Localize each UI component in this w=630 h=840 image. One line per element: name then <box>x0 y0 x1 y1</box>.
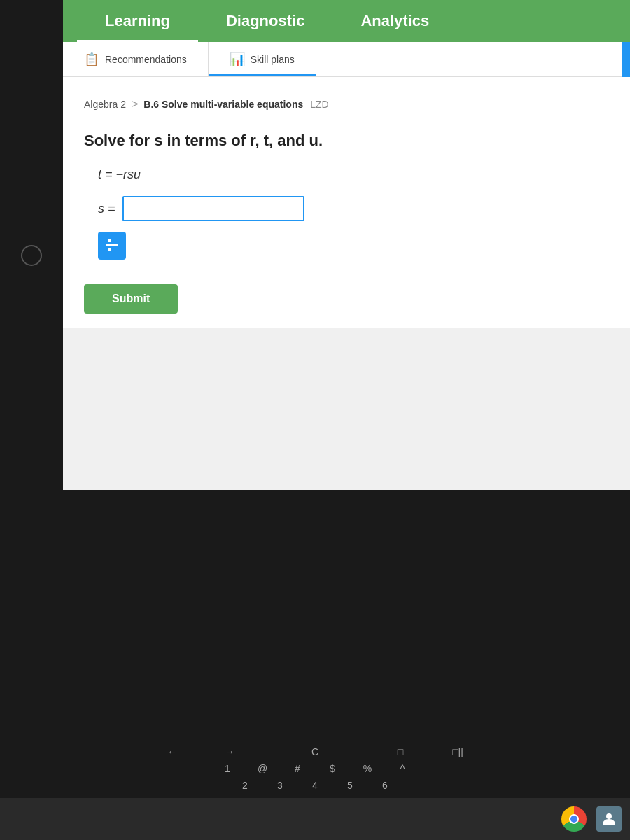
tab-learning-label: Learning <box>105 12 170 30</box>
key-dollar[interactable]: $ <box>322 763 343 774</box>
user-icon <box>596 806 622 832</box>
breadcrumb-code: LZD <box>310 99 328 110</box>
user-taskbar-icon[interactable] <box>595 805 623 833</box>
keyboard-row-1: ← → C □ □|| <box>162 746 468 757</box>
taskbar <box>0 798 630 840</box>
answer-line: s = <box>84 196 609 221</box>
chrome-center <box>569 814 579 824</box>
key-squares[interactable]: □|| <box>447 746 468 757</box>
breadcrumb: Algebra 2 > B.6 Solve multi-variable equ… <box>84 91 609 111</box>
fraction-icon <box>105 238 119 254</box>
tab-diagnostic[interactable]: Diagnostic <box>198 0 332 42</box>
chrome-icon <box>561 806 587 832</box>
subnav-skill-plans[interactable]: 📊 Skill plans <box>209 42 316 76</box>
recommendations-label: Recommendations <box>105 54 187 65</box>
svg-rect-0 <box>108 239 111 242</box>
recommendations-icon: 📋 <box>84 52 99 67</box>
key-back[interactable]: ← <box>162 746 183 757</box>
tab-analytics-label: Analytics <box>360 12 429 30</box>
active-tab-indicator <box>622 42 630 77</box>
chrome-taskbar-icon[interactable] <box>560 805 588 833</box>
skill-plans-icon: 📊 <box>230 52 245 67</box>
tab-analytics[interactable]: Analytics <box>332 0 457 42</box>
fraction-button[interactable] <box>98 232 126 260</box>
circle-button[interactable] <box>21 245 42 266</box>
breadcrumb-separator: > <box>132 98 138 111</box>
key-c[interactable]: C <box>304 746 326 757</box>
keyboard-row-3: 2 3 4 5 6 <box>234 780 396 791</box>
app-window: Learning Diagnostic Analytics 📋 Recommen… <box>63 0 630 490</box>
key-square[interactable]: □ <box>390 746 411 757</box>
key-6[interactable]: 6 <box>374 780 396 791</box>
skill-plans-label: Skill plans <box>251 54 295 65</box>
key-forward[interactable]: → <box>219 746 240 757</box>
svg-rect-2 <box>108 248 111 251</box>
key-5[interactable]: 5 <box>340 780 360 791</box>
breadcrumb-skill: B.6 Solve multi-variable equations LZD <box>144 99 328 110</box>
keyboard-area: ← → C □ □|| 1 @ # $ % ^ 2 3 4 5 6 <box>0 700 630 798</box>
key-percent[interactable]: % <box>357 763 378 774</box>
tab-learning[interactable]: Learning <box>77 0 198 42</box>
key-4[interactable]: 4 <box>304 780 326 791</box>
key-at[interactable]: @ <box>252 763 273 774</box>
key-1[interactable]: 1 <box>217 763 238 774</box>
answer-input[interactable] <box>122 196 304 221</box>
key-3[interactable]: 3 <box>270 780 290 791</box>
top-nav: Learning Diagnostic Analytics <box>63 0 630 42</box>
answer-label: s = <box>98 202 115 216</box>
tab-diagnostic-label: Diagnostic <box>226 12 304 30</box>
key-hash[interactable]: # <box>287 763 308 774</box>
keyboard-row-2: 1 @ # $ % ^ <box>217 763 413 774</box>
breadcrumb-course: Algebra 2 <box>84 99 126 110</box>
given-equation: t = −rsu <box>84 167 609 182</box>
svg-point-3 <box>606 813 612 819</box>
sub-nav: 📋 Recommendations 📊 Skill plans <box>63 42 630 77</box>
key-2[interactable]: 2 <box>234 780 255 791</box>
main-content: Algebra 2 > B.6 Solve multi-variable equ… <box>63 77 630 328</box>
submit-label: Submit <box>112 293 150 304</box>
subnav-recommendations[interactable]: 📋 Recommendations <box>63 42 209 76</box>
key-caret[interactable]: ^ <box>392 763 413 774</box>
problem-instruction: Solve for s in terms of r, t, and u. <box>84 132 609 150</box>
submit-button[interactable]: Submit <box>84 284 178 314</box>
